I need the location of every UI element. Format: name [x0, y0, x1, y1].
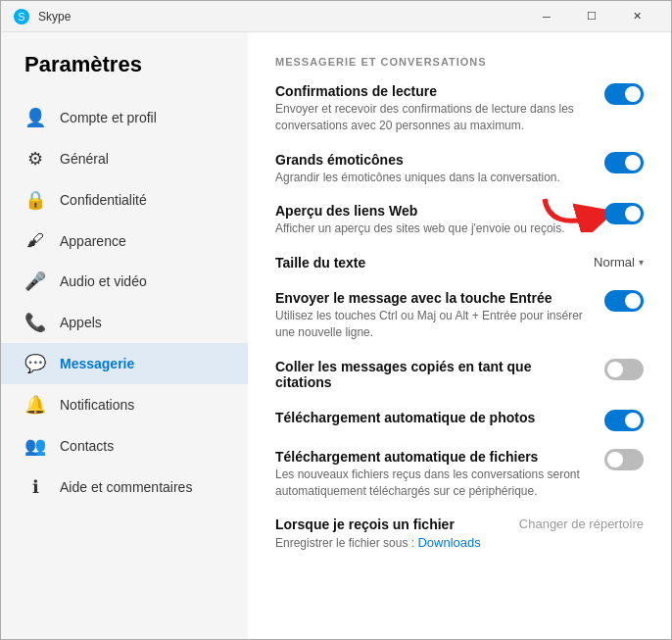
sidebar-item-general[interactable]: ⚙ Général [1, 138, 248, 179]
mic-icon: 🎤 [24, 271, 46, 292]
sidebar-label-audio: Audio et vidéo [60, 273, 147, 289]
sidebar-label-contacts: Contacts [60, 438, 114, 454]
contacts-icon: 👥 [24, 435, 46, 457]
sidebar-item-messagerie[interactable]: 💬 Messagerie [1, 343, 248, 384]
setting-fichiers-desc: Les nouveaux fichiers reçus dans les con… [275, 467, 589, 500]
setting-confirmations-desc: Envoyer et recevoir des confirmations de… [275, 101, 589, 134]
paint-icon: 🖌 [24, 230, 46, 251]
setting-recevoir-title: Lorsque je reçois un fichier [275, 517, 504, 532]
setting-coller-title: Coller les messages copiés en tant que c… [275, 359, 589, 390]
sidebar-label-messagerie: Messagerie [60, 356, 134, 371]
sidebar-label-compte: Compte et profil [60, 110, 157, 125]
setting-fichiers-title: Téléchargement automatique de fichiers [275, 449, 589, 465]
sidebar-item-compte[interactable]: 👤 Compte et profil [1, 97, 248, 138]
toggle-entree[interactable] [604, 290, 644, 312]
skype-icon: S [13, 8, 30, 25]
setting-recevoir: Lorsque je reçois un fichier Enregistrer… [275, 517, 644, 552]
setting-entree-desc: Utilisez les touches Ctrl ou Maj ou Alt … [275, 308, 589, 341]
toggle-coller[interactable] [604, 359, 644, 380]
setting-recevoir-desc: Enregistrer le fichier sous : Downloads [275, 534, 504, 552]
sidebar: Paramètres 👤 Compte et profil ⚙ Général … [1, 32, 248, 639]
setting-confirmations-title: Confirmations de lecture [275, 83, 589, 99]
maximize-button[interactable]: ☐ [569, 1, 614, 32]
sidebar-label-general: Général [60, 151, 109, 167]
window-title: Skype [38, 10, 524, 24]
setting-apercu-desc: Afficher un aperçu des sites web que j'e… [275, 221, 589, 237]
toggle-apercu[interactable] [604, 203, 644, 224]
setting-emojis: Grands émoticônes Agrandir les émoticône… [275, 152, 644, 186]
sidebar-item-apparence[interactable]: 🖌 Apparence [1, 221, 248, 261]
close-button[interactable]: ✕ [614, 1, 659, 32]
taille-value: Normal [594, 255, 635, 270]
chevron-down-icon: ▾ [639, 257, 644, 268]
sidebar-label-aide: Aide et commentaires [60, 479, 192, 495]
svg-text:S: S [18, 11, 24, 23]
change-directory-button[interactable]: Changer de répertoire [519, 517, 644, 531]
info-icon: ℹ [24, 476, 46, 498]
setting-apercu: Aperçu des liens Web Afficher un aperçu … [275, 203, 644, 237]
section-label: MESSAGERIE ET CONVERSATIONS [275, 56, 644, 68]
toggle-photos[interactable] [604, 410, 644, 431]
bell-icon: 🔔 [24, 394, 46, 416]
setting-taille: Taille du texte Normal ▾ [275, 255, 644, 272]
sidebar-label-apparence: Apparence [60, 233, 126, 249]
minimize-button[interactable]: ─ [524, 1, 569, 32]
toggle-emojis[interactable] [604, 152, 644, 173]
setting-coller: Coller les messages copiés en tant que c… [275, 359, 644, 392]
toggle-confirmations[interactable] [604, 83, 644, 105]
sidebar-label-appels: Appels [60, 315, 102, 330]
sidebar-item-audio[interactable]: 🎤 Audio et vidéo [1, 261, 248, 302]
content-area: MESSAGERIE ET CONVERSATIONS Confirmation… [248, 32, 671, 639]
setting-entree: Envoyer le message avec la touche Entrée… [275, 290, 644, 341]
sidebar-item-appels[interactable]: 📞 Appels [1, 302, 248, 343]
sidebar-item-notifications[interactable]: 🔔 Notifications [1, 384, 248, 425]
sidebar-item-contacts[interactable]: 👥 Contacts [1, 425, 248, 467]
sidebar-title: Paramètres [1, 52, 248, 97]
setting-photos-title: Téléchargement automatique de photos [275, 410, 589, 425]
phone-icon: 📞 [24, 312, 46, 333]
setting-apercu-title: Aperçu des liens Web [275, 203, 589, 219]
chat-icon: 💬 [24, 353, 46, 374]
taille-dropdown[interactable]: Normal ▾ [594, 255, 644, 270]
lock-icon: 🔒 [24, 189, 46, 211]
setting-emojis-title: Grands émoticônes [275, 152, 589, 168]
window-controls: ─ ☐ ✕ [524, 1, 659, 32]
downloads-link[interactable]: Downloads [417, 535, 480, 550]
sidebar-label-notifications: Notifications [60, 397, 134, 413]
toggle-fichiers[interactable] [604, 449, 644, 470]
setting-emojis-desc: Agrandir les émoticônes uniques dans la … [275, 170, 589, 186]
setting-taille-title: Taille du texte [275, 255, 578, 271]
main-layout: Paramètres 👤 Compte et profil ⚙ Général … [1, 32, 671, 639]
setting-photos: Téléchargement automatique de photos [275, 410, 644, 431]
titlebar: S Skype ─ ☐ ✕ [1, 1, 671, 32]
setting-fichiers: Téléchargement automatique de fichiers L… [275, 449, 644, 500]
setting-confirmations: Confirmations de lecture Envoyer et rece… [275, 83, 644, 134]
user-icon: 👤 [24, 107, 46, 128]
gear-icon: ⚙ [24, 148, 46, 170]
setting-entree-title: Envoyer le message avec la touche Entrée [275, 290, 589, 306]
sidebar-item-confidentialite[interactable]: 🔒 Confidentialité [1, 179, 248, 221]
sidebar-label-confidentialite: Confidentialité [60, 192, 147, 208]
sidebar-item-aide[interactable]: ℹ Aide et commentaires [1, 467, 248, 508]
